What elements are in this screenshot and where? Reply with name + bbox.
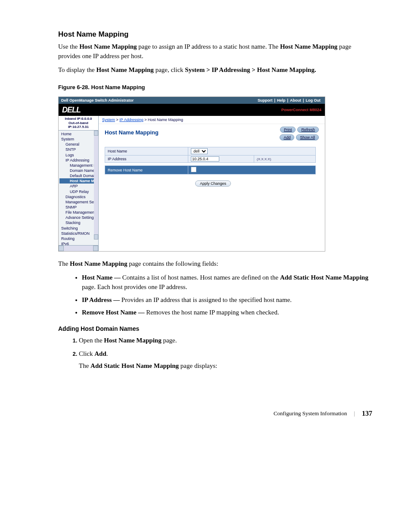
nav-tree-item[interactable]: File Management (59, 210, 98, 215)
print-button[interactable]: Print (280, 127, 296, 133)
breadcrumb-current: Host Name Mapping (148, 118, 183, 122)
sidebar-scrollbar-horizontal[interactable] (59, 245, 98, 251)
ip-address-hint: (X.X.X.X) (254, 156, 316, 163)
field-remove-host-name: Remove Host Name — Removes the host name… (82, 308, 372, 317)
text-bold: Host Name Mapping (79, 43, 137, 50)
nav-tree-item[interactable]: Statistics/RMON (59, 231, 98, 236)
ip-address-label: IP Address (105, 156, 188, 163)
field-name: Host Name — (82, 274, 122, 281)
text-bold: Host Name Mapping (280, 43, 337, 50)
form-table: Host Name dell IP Address (X.X.X.X) (105, 147, 316, 163)
nav-tree-item[interactable]: Domain Name S (59, 168, 98, 173)
refresh-button[interactable]: Refresh (297, 127, 319, 133)
nav-paragraph: To display the Host Name Mapping page, c… (58, 65, 372, 75)
field-host-name: Host Name — Contains a list of host name… (82, 273, 372, 292)
nav-tree-item[interactable]: IP Addressing (59, 158, 98, 163)
intro-paragraph: Use the Host Name Mapping page to assign… (58, 42, 372, 61)
text-bold: Add (94, 350, 106, 357)
logout-link[interactable]: Log Out (306, 98, 321, 103)
ip-address-row: IP Address (X.X.X.X) (105, 156, 316, 163)
remove-host-checkbox[interactable] (191, 167, 196, 172)
nav-tree[interactable]: HomeSystemGeneralSNTPLogsIP AddressingMa… (59, 131, 98, 245)
footer-section: Configuring System Information (274, 410, 347, 417)
breadcrumb-ip-addressing[interactable]: IP Addressing (119, 118, 143, 122)
nav-tree-item[interactable]: Switching (59, 226, 98, 231)
ip-info: Inband IP:0.0.0.0 Out-of-band IP:10.27.5… (59, 116, 98, 131)
host-name-label: Host Name (105, 147, 188, 156)
sidebar-scrollbar-vertical[interactable] (94, 131, 98, 240)
text-bold: Add Static Host Name Mapping (90, 362, 179, 369)
breadcrumb-system[interactable]: System (102, 118, 115, 122)
apply-changes-button[interactable]: Apply Changes (195, 180, 231, 187)
nav-tree-item[interactable]: Management Int (59, 163, 98, 168)
show-all-button[interactable]: Show All (296, 134, 319, 140)
nav-tree-item[interactable]: IPv6 (59, 241, 98, 245)
remove-host-label: Remove Host Name (105, 166, 188, 174)
support-link[interactable]: Support (258, 98, 273, 103)
remove-table: Remove Host Name (105, 165, 316, 174)
nav-tree-item[interactable]: Home (59, 131, 98, 137)
field-desc-post: page. Each host provides one IP address. (82, 283, 187, 290)
figure-caption: Figure 6-28. Host Name Mapping (58, 84, 372, 90)
text: Use the (58, 43, 79, 50)
screenshot-ui: Dell OpenManage Switch Administrator Sup… (58, 96, 325, 252)
nav-tree-item[interactable]: Stacking (59, 220, 98, 225)
page-number: 137 (362, 410, 372, 417)
nav-tree-item[interactable]: SNTP (59, 147, 98, 152)
text: . (106, 350, 108, 357)
field-name: IP Address — (82, 296, 121, 303)
inband-ip: Inband IP:0.0.0.0 (60, 117, 97, 121)
about-link[interactable]: About (290, 98, 301, 103)
text: Open the (79, 337, 104, 344)
text: page, click (154, 66, 185, 73)
add-button[interactable]: Add (280, 134, 294, 140)
text: The (58, 260, 70, 267)
text-bold: System > IP Addressing > Host Name Mappi… (185, 66, 316, 73)
nav-tree-item[interactable]: Logs (59, 152, 98, 158)
text-bold: Host Name Mapping (104, 337, 161, 344)
oob-ip: Out-of-band IP:10.27.5.31 (60, 121, 97, 129)
nav-tree-item[interactable]: System (59, 137, 98, 142)
step-2: Click Add. The Add Static Host Name Mapp… (79, 349, 372, 371)
nav-tree-item[interactable]: Host Name Map (59, 178, 98, 184)
section-heading: Host Name Mapping (58, 30, 372, 39)
text: page displays: (179, 362, 217, 369)
text-bold: Host Name Mapping (70, 260, 127, 267)
app-title: Dell OpenManage Switch Administrator (61, 98, 134, 103)
host-name-select[interactable]: dell (191, 148, 208, 154)
nav-tree-item[interactable]: Default Domain N (59, 173, 98, 178)
nav-tree-item[interactable]: Diagnostics (59, 194, 98, 199)
logo-bar: DELL PowerConnect M8024 (59, 104, 325, 116)
field-desc: Contains a list of host names. Host name… (122, 274, 280, 281)
nav-tree-item[interactable]: ARP (59, 184, 98, 189)
help-link[interactable]: Help (277, 98, 286, 103)
nav-tree-item[interactable]: Management Secur (59, 199, 98, 205)
scroll-right-icon[interactable] (93, 246, 98, 251)
nav-tree-item[interactable]: General (59, 142, 98, 147)
text: page to assign an IP address to a static… (137, 43, 280, 50)
scroll-up-icon[interactable] (94, 131, 98, 136)
nav-tree-item[interactable]: Routing (59, 236, 98, 241)
model-label: PowerConnect M8024 (281, 108, 321, 112)
text: page. (162, 337, 177, 344)
ip-address-input[interactable] (191, 156, 219, 162)
steps-list: Open the Host Name Mapping page. Click A… (58, 336, 372, 371)
field-desc: Provides an IP address that is assigned … (121, 296, 292, 303)
action-buttons: Print Refresh Add Show All (280, 127, 319, 140)
app-titlebar: Dell OpenManage Switch Administrator Sup… (59, 97, 325, 104)
content-area: Host Name Mapping Print Refresh Add Show… (99, 124, 325, 251)
scroll-down-icon[interactable] (94, 234, 98, 240)
host-name-row: Host Name dell (105, 147, 316, 156)
field-desc-bold: Add Static Host Name Mapping (280, 274, 368, 281)
sidebar: Inband IP:0.0.0.0 Out-of-band IP:10.27.5… (59, 116, 99, 251)
scroll-left-icon[interactable] (59, 246, 64, 251)
step-1: Open the Host Name Mapping page. (79, 336, 372, 345)
text: The (79, 362, 90, 369)
document-page: Host Name Mapping Use the Host Name Mapp… (0, 0, 411, 435)
step-2-result: The Add Static Host Name Mapping page di… (79, 361, 372, 371)
footer-separator: | (354, 410, 355, 417)
text: To display the (58, 66, 97, 73)
nav-tree-item[interactable]: SNMP (59, 205, 98, 210)
nav-tree-item[interactable]: UDP Relay (59, 189, 98, 194)
nav-tree-item[interactable]: Advance Settings (59, 215, 98, 220)
